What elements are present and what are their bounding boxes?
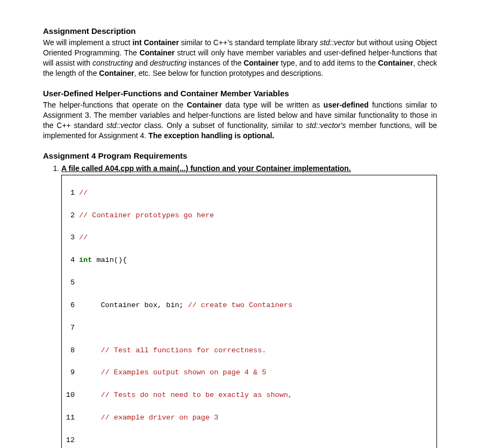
section-title-description: Assignment Description [43, 26, 437, 37]
exception-optional-bold: The exception handling is optional. [148, 131, 274, 140]
comment: // create two Containers [188, 301, 292, 309]
line-number: 5 [62, 278, 79, 289]
user-defined-bold: user-defined [324, 101, 369, 109]
line-number: 11 [62, 413, 79, 424]
helpers-paragraph: The helper-functions that operate on the… [43, 100, 437, 141]
text: data type will be written as [222, 101, 324, 109]
line-number: 1 [62, 188, 79, 199]
container-bold: Container [99, 69, 134, 77]
comment: // Container prototypes go here [79, 211, 214, 219]
comment: // Tests do not need to be exactly as sh… [101, 391, 292, 399]
comment: // [79, 233, 88, 241]
text: instances of the [187, 59, 243, 67]
code-box-main: 1// 2// Container prototypes go here 3//… [61, 175, 437, 448]
comment: // Examples output shown on page 4 & 5 [101, 368, 267, 376]
code-text [79, 278, 436, 289]
line-number: 7 [62, 323, 79, 334]
code-text [79, 323, 436, 334]
requirements-list: A file called A04.cpp with a main(...) f… [43, 163, 437, 448]
text: The helper-functions that operate on the [43, 101, 187, 109]
constructing-italic: constructing [92, 59, 133, 67]
container-bold: Container [243, 59, 278, 67]
keyword-int: int [79, 256, 92, 264]
container-bold: Container [140, 48, 175, 57]
line-number: 3 [62, 232, 79, 244]
code-text [79, 435, 436, 446]
text: and [133, 59, 149, 67]
int-container-text: int Container [132, 38, 178, 47]
text: type, and to add items to the [278, 59, 378, 67]
line-number: 2 [62, 210, 79, 222]
line-number: 4 [62, 255, 79, 266]
text: class. Only a subset of functionality, s… [141, 121, 306, 130]
stdvector-italic: std::vector's [306, 121, 346, 130]
text: similar to C++'s standard template libra… [179, 38, 320, 47]
destructing-italic: destructing [150, 59, 187, 67]
container-bold: Container [378, 59, 413, 67]
description-paragraph: We will implement a struct int Container… [43, 38, 437, 79]
requirement-1-heading: A file called A04.cpp with a main(...) f… [61, 164, 351, 173]
line-number: 6 [62, 300, 79, 311]
line-number: 8 [62, 345, 79, 357]
code-text [79, 414, 101, 422]
line-number: 12 [62, 435, 79, 446]
code-text: main(){ [92, 256, 127, 264]
comment: // example driver on page 3 [101, 414, 219, 422]
container-bold: Container [187, 101, 222, 109]
code-text: Container box, bin; [79, 301, 188, 309]
code-text [79, 346, 101, 354]
comment: // [79, 189, 88, 197]
line-number: 9 [62, 367, 79, 379]
section-title-requirements: Assignment 4 Program Requirements [43, 151, 437, 161]
text: , etc. See below for function prototypes… [134, 69, 324, 77]
comment: // Test all functions for correctness. [101, 346, 267, 354]
stdvector-italic: std::vector [106, 121, 141, 130]
section-title-helpers: User-Defined Helper-Functions and Contai… [43, 88, 437, 99]
line-number: 10 [62, 390, 79, 401]
text: We will implement a struct [43, 38, 132, 47]
requirement-item-1: A file called A04.cpp with a main(...) f… [61, 163, 437, 448]
code-text [79, 368, 101, 376]
code-text [79, 391, 101, 399]
stdvector-italic: std::vector [320, 38, 355, 47]
